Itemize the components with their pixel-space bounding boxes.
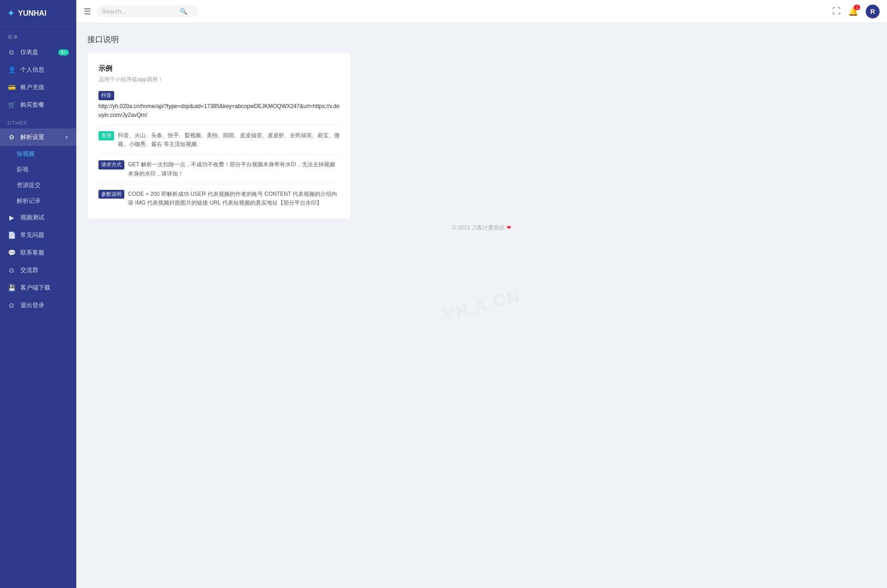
topbar: ☰ 🔍 ⛶ 🔔 1 R (76, 0, 887, 23)
request-text: GET 解析一次扣除一点，不成功不收费！部分平台视频本身带有水印，无法去掉视频本… (128, 160, 340, 178)
dashboard-badge: 9+ (58, 49, 69, 55)
sidebar-section-menu: 菜单 (0, 27, 76, 43)
menu-toggle-icon[interactable]: ☰ (84, 6, 91, 17)
sidebar-item-buy-package[interactable]: 🛒 购买套餐 (0, 96, 76, 114)
api-url-row: 抖音 http://yh.020a.cn/home/api?type=dsp&u… (98, 91, 340, 120)
settings-icon: ⚙ (7, 133, 16, 141)
sidebar-sub-label: 资源提交 (17, 181, 41, 189)
sidebar-item-label: 账户充值 (20, 83, 44, 91)
main-wrapper: ☰ 🔍 ⛶ 🔔 1 R YH.A.CN 接口说明 示例 适用于小程序或app调用… (76, 0, 887, 588)
sidebar-item-client-download[interactable]: 💾 客户端下载 (0, 279, 76, 297)
example-subtitle: 适用于小程序或app调用！ (98, 76, 340, 84)
sidebar-section-other: OTHER (0, 114, 76, 128)
search-input[interactable] (102, 8, 176, 15)
sidebar-item-community[interactable]: ⊙ 交流群 (0, 261, 76, 279)
api-card: 示例 适用于小程序或app调用！ 抖音 http://yh.020a.cn/ho… (87, 53, 351, 218)
search-icon: 🔍 (180, 8, 187, 15)
watermark: YH.A.CN (441, 286, 522, 326)
sidebar-item-label: 个人信息 (20, 66, 44, 74)
community-icon: ⊙ (7, 267, 16, 274)
sidebar-item-parse-settings[interactable]: ⚙ 解析设置 ▼ (0, 128, 76, 146)
sidebar-item-logout[interactable]: ⊙ 退出登录 (0, 297, 76, 314)
sidebar-item-profile[interactable]: 👤 个人信息 (0, 61, 76, 79)
support-text: 抖音、火山、头条、快手、梨视频、美拍、陌陌、皮皮搞笑、皮皮虾、全民搞笑、刷宝、微… (118, 131, 340, 149)
page-title: 接口说明 (87, 34, 876, 45)
sidebar-item-label: 常见问题 (20, 231, 44, 239)
heart-icon: ❤ (507, 224, 511, 231)
content-area: YH.A.CN 接口说明 示例 适用于小程序或app调用！ 抖音 http://… (76, 23, 887, 588)
notification-badge: 1 (854, 5, 860, 10)
footer: © 2021 刀客计费系统 ❤ (87, 218, 876, 237)
sidebar: ✦ YUNHAI 菜单 ⊙ 仪表盘 9+ 👤 个人信息 💳 账户充值 🛒 购买套… (0, 0, 76, 588)
sidebar-logo: ✦ YUNHAI (0, 0, 76, 27)
example-title: 示例 (98, 64, 340, 73)
request-tag: 请求方式 (98, 160, 124, 170)
sidebar-item-label: 客户端下载 (20, 284, 50, 292)
sidebar-sub-item-short-video[interactable]: 短视频 (0, 146, 76, 162)
logo-text: YUNHAI (18, 9, 46, 18)
sidebar-item-label: 联系客服 (20, 249, 44, 257)
sidebar-sub-item-film[interactable]: 影视 (0, 162, 76, 177)
sidebar-sub-item-resource-submit[interactable]: 资源提交 (0, 177, 76, 193)
recharge-icon: 💳 (7, 84, 16, 91)
sidebar-item-dashboard[interactable]: ⊙ 仪表盘 9+ (0, 43, 76, 61)
params-text: CODE = 200 即解析成功 USER 代表视频的作者的账号 CONTENT… (128, 190, 340, 207)
chevron-down-icon: ▼ (64, 135, 69, 140)
sidebar-sub-item-parse-history[interactable]: 解析记录 (0, 193, 76, 209)
separator2 (98, 154, 340, 155)
buy-icon: 🛒 (7, 101, 16, 109)
search-box: 🔍 (97, 6, 198, 17)
avatar-image: R (866, 5, 880, 18)
footer-text: © 2021 刀客计费系统 (452, 224, 505, 231)
logout-icon: ⊙ (7, 302, 16, 309)
api-support-row: 支持 抖音、火山、头条、快手、梨视频、美拍、陌陌、皮皮搞笑、皮皮虾、全民搞笑、刷… (98, 131, 340, 149)
params-tag: 参数说明 (98, 190, 124, 199)
faq-icon: 📄 (7, 231, 16, 239)
sidebar-item-label: 购买套餐 (20, 101, 44, 109)
sidebar-item-label: 仪表盘 (20, 48, 38, 56)
sidebar-item-label: 退出登录 (20, 301, 44, 309)
sidebar-item-label: 视频测试 (20, 213, 44, 222)
api-params-row: 参数说明 CODE = 200 即解析成功 USER 代表视频的作者的账号 CO… (98, 190, 340, 207)
support-tag: 支持 (98, 131, 114, 140)
profile-icon: 👤 (7, 66, 16, 73)
sidebar-item-recharge[interactable]: 💳 账户充值 (0, 79, 76, 96)
dashboard-icon: ⊙ (7, 48, 16, 56)
separator3 (98, 184, 340, 184)
api-url-text[interactable]: http://yh.020a.cn/home/api?type=dsp&uid=… (98, 102, 340, 120)
sidebar-item-label: 解析设置 (20, 133, 44, 141)
sidebar-item-faq[interactable]: 📄 常见问题 (0, 226, 76, 244)
sidebar-sub-label: 短视频 (17, 150, 35, 158)
topbar-right: ⛶ 🔔 1 R (832, 5, 880, 18)
separator (98, 125, 340, 126)
sidebar-sub-label: 影视 (17, 165, 29, 174)
contact-icon: 💬 (7, 249, 16, 256)
bell-icon[interactable]: 🔔 1 (848, 6, 858, 17)
logo-icon: ✦ (7, 8, 14, 18)
fullscreen-icon[interactable]: ⛶ (832, 6, 841, 16)
sidebar-item-label: 交流群 (20, 266, 38, 274)
api-request-row: 请求方式 GET 解析一次扣除一点，不成功不收费！部分平台视频本身带有水印，无法… (98, 160, 340, 178)
sidebar-sub-label: 解析记录 (17, 197, 41, 205)
download-icon: 💾 (7, 284, 16, 291)
sidebar-item-contact[interactable]: 💬 联系客服 (0, 244, 76, 261)
douyin-tag: 抖音 (98, 91, 114, 100)
avatar[interactable]: R (866, 5, 880, 18)
video-test-icon: ▶ (7, 214, 16, 221)
sidebar-item-video-test[interactable]: ▶ 视频测试 (0, 209, 76, 226)
